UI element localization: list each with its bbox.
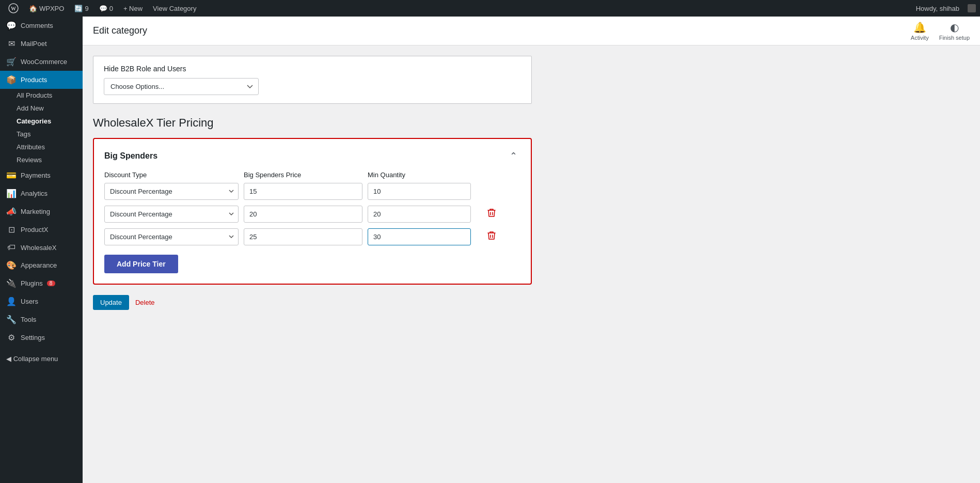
submenu-categories[interactable]: Categories [0,115,83,128]
price-input-1[interactable] [244,183,362,200]
delete-row-3-button[interactable] [476,228,507,245]
discount-type-select-3[interactable]: Discount Percentage Fixed Price Flat Dis… [104,228,239,245]
plugins-icon: 🔌 [6,278,17,288]
tier-row: Discount Percentage Fixed Price Flat Dis… [104,228,520,245]
updates-item[interactable]: 🔄 9 [70,0,92,17]
discount-type-select-1[interactable]: Discount Percentage Fixed Price Flat Dis… [104,183,239,200]
finish-setup-action[interactable]: ◐ Finish setup [939,21,970,41]
submenu-add-new[interactable]: Add New [0,102,83,115]
sidebar-item-label: Appearance [21,261,57,269]
min-qty-input-2[interactable] [368,206,471,223]
actions-header [476,171,507,179]
wp-logo[interactable]: W [4,0,23,17]
sidebar-item-label: Marketing [21,208,50,215]
howdy-label[interactable]: Howdy, shihab [912,5,963,12]
chevron-up-icon: ⌃ [510,151,517,161]
content-wrap: Hide B2B Role and Users Choose Options..… [83,45,980,483]
bottom-actions: Update Delete [93,295,970,310]
collapse-tier-button[interactable]: ⌃ [507,149,520,163]
sidebar-item-plugins[interactable]: 🔌 Plugins 8 [0,274,83,292]
tier-select-wrapper-3: Discount Percentage Fixed Price Flat Dis… [104,228,239,245]
activity-action[interactable]: 🔔 Activity [911,21,929,41]
price-input-3[interactable] [244,228,362,245]
updates-icon: 🔄 [74,5,83,12]
trash-icon [487,208,496,220]
min-qty-input-1[interactable] [368,183,471,200]
sidebar-item-label: Plugins [21,279,43,287]
svg-text:W: W [11,6,16,11]
choose-options-wrapper: Choose Options... [104,78,259,95]
products-icon: 📦 [6,75,17,85]
new-item[interactable]: + New [119,0,147,17]
tier-select-wrapper-1: Discount Percentage Fixed Price Flat Dis… [104,183,239,200]
tier-column-headers: Discount Type Big Spenders Price Min Qua… [104,171,520,179]
price-header: Big Spenders Price [244,171,362,179]
comments-icon: 💬 [99,5,107,12]
collapse-menu-item[interactable]: ◀ Collapse menu [0,351,83,367]
sidebar-item-label: MailPoet [21,40,47,48]
tier-box-header: Big Spenders ⌃ [104,149,520,163]
users-icon: 👤 [6,297,17,306]
sidebar-item-tools[interactable]: 🔧 Tools [0,310,83,329]
mailpoet-icon: ✉ [6,39,17,49]
sidebar-item-products[interactable]: 📦 Products [0,71,83,89]
choose-options-select[interactable]: Choose Options... [104,78,259,95]
sidebar-item-woocommerce[interactable]: 🛒 WooCommerce [0,53,83,71]
submenu-all-products[interactable]: All Products [0,89,83,102]
view-category-item[interactable]: View Category [149,0,200,17]
submenu-attributes[interactable]: Attributes [0,141,83,153]
sidebar-item-comments[interactable]: 💬 Comments [0,17,83,35]
sidebar-item-label: Payments [21,172,51,179]
sidebar-item-label: Analytics [21,190,48,197]
sidebar-item-label: Products [21,76,47,84]
hide-b2b-section: Hide B2B Role and Users Choose Options..… [93,56,532,104]
finish-setup-icon: ◐ [950,21,959,34]
woocommerce-icon: 🛒 [6,57,17,67]
tier-row: Discount Percentage Fixed Price Flat Dis… [104,205,520,223]
sidebar-item-label: WooCommerce [21,58,67,66]
trash-icon [487,231,496,242]
payments-icon: 💳 [6,170,17,180]
content-topbar: Edit category 🔔 Activity ◐ Finish setup [83,17,980,45]
min-qty-input-3[interactable] [368,228,471,245]
discount-type-header: Discount Type [104,171,239,179]
add-price-tier-button[interactable]: Add Price Tier [104,255,178,273]
analytics-icon: 📊 [6,189,17,198]
sidebar-item-label: Settings [21,334,45,341]
sidebar-item-wholesalex[interactable]: 🏷 WholesaleX [0,239,83,256]
sidebar-item-analytics[interactable]: 📊 Analytics [0,184,83,202]
user-avatar [968,4,976,12]
price-input-2[interactable] [244,206,362,223]
submenu-reviews[interactable]: Reviews [0,153,83,166]
sidebar-item-marketing[interactable]: 📣 Marketing [0,202,83,221]
comments-icon: 💬 [6,21,17,30]
site-name[interactable]: 🏠 WPXPO [25,0,68,17]
sidebar-item-label: Comments [21,22,53,29]
sidebar-item-settings[interactable]: ⚙ Settings [0,329,83,347]
topbar-actions: 🔔 Activity ◐ Finish setup [911,21,970,41]
hide-b2b-label: Hide B2B Role and Users [104,65,521,73]
discount-type-select-2[interactable]: Discount Percentage Fixed Price Flat Dis… [104,206,239,223]
delete-row-2-button[interactable] [476,205,507,223]
tools-icon: 🔧 [6,315,17,324]
sidebar-item-label: ProductX [21,226,48,233]
submenu-tags[interactable]: Tags [0,128,83,141]
min-qty-header: Min Quantity [368,171,471,179]
sidebar-item-label: Tools [21,316,36,323]
sidebar-item-productx[interactable]: ⊡ ProductX [0,221,83,239]
update-button[interactable]: Update [93,295,129,310]
admin-bar: W 🏠 WPXPO 🔄 9 💬 0 + New View Category Ho… [0,0,980,17]
sidebar-item-payments[interactable]: 💳 Payments [0,166,83,184]
settings-icon: ⚙ [6,333,17,342]
comments-item[interactable]: 💬 0 [95,0,117,17]
delete-link[interactable]: Delete [135,299,155,306]
sidebar-item-appearance[interactable]: 🎨 Appearance [0,256,83,274]
sidebar-item-users[interactable]: 👤 Users [0,292,83,310]
marketing-icon: 📣 [6,207,17,216]
page-title-area: Edit category [93,25,147,36]
sidebar-item-label: Users [21,298,38,305]
tier-section-title: Big Spenders [104,151,157,161]
sidebar-item-mailpoet[interactable]: ✉ MailPoet [0,35,83,53]
tier-pricing-title: WholesaleX Tier Pricing [93,116,532,130]
tier-pricing-box: Big Spenders ⌃ Discount Type Big Spender… [93,138,532,285]
